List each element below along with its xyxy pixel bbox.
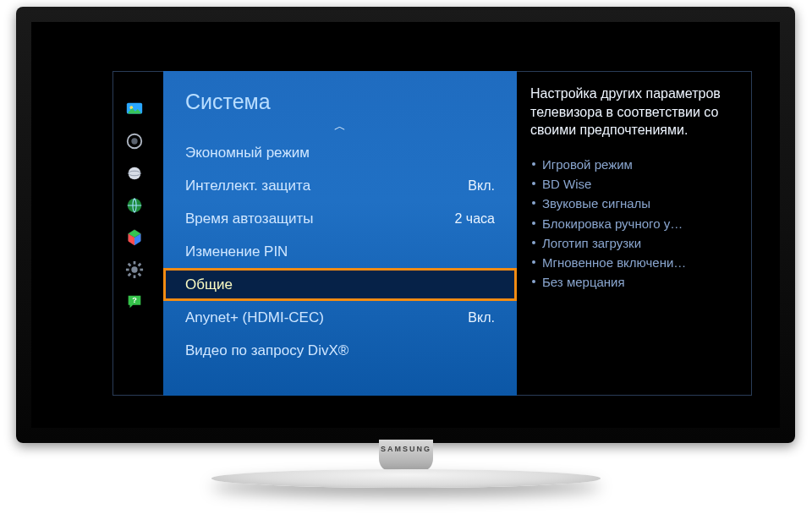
menu-item-anynet[interactable]: Anynet+ (HDMI-CEC) Вкл. bbox=[163, 301, 517, 334]
tv-stand bbox=[211, 469, 601, 488]
menu-item-change-pin[interactable]: Изменение PIN bbox=[163, 235, 517, 268]
svg-line-15 bbox=[139, 264, 141, 266]
menu-item-label: Экономный режим bbox=[185, 145, 310, 161]
settings-list: Экономный режим Интеллект. защита Вкл. В… bbox=[163, 136, 517, 367]
tv-neck: SAMSUNG bbox=[379, 440, 433, 470]
tv-brand-label: SAMSUNG bbox=[381, 445, 431, 453]
menu-item-general[interactable]: Общие bbox=[163, 268, 517, 301]
menu-item-label: Интеллект. защита bbox=[185, 178, 310, 194]
tv-bezel: ? Система ︿ Экономный режим Интеллект. з… bbox=[16, 7, 795, 443]
network-icon[interactable] bbox=[125, 196, 144, 215]
menu-item-value: Вкл. bbox=[468, 310, 495, 325]
sound-icon[interactable] bbox=[125, 132, 144, 150]
desc-bullet: Без мерцания bbox=[530, 272, 738, 292]
svg-line-14 bbox=[129, 274, 131, 276]
menu-item-divx[interactable]: Видео по запросу DivX® bbox=[163, 334, 517, 367]
menu-item-autoprotect-time[interactable]: Время автозащиты 2 часа bbox=[163, 202, 517, 235]
menu-item-protection[interactable]: Интеллект. защита Вкл. bbox=[163, 169, 517, 202]
smart-icon[interactable] bbox=[125, 228, 144, 247]
svg-point-1 bbox=[130, 106, 134, 109]
menu-item-label: Время автозащиты bbox=[185, 211, 314, 227]
menu-item-value: Вкл. bbox=[468, 178, 495, 194]
description-text: Настройка других параметров телевизора в… bbox=[530, 85, 738, 139]
menu-item-label: Изменение PIN bbox=[185, 243, 288, 260]
desc-bullet: Блокировка ручного у… bbox=[530, 214, 738, 233]
menu-item-label: Общие bbox=[185, 276, 233, 293]
svg-line-13 bbox=[139, 274, 141, 276]
desc-bullet: Звуковые сигналы bbox=[530, 194, 738, 213]
support-icon[interactable]: ? bbox=[125, 293, 144, 311]
svg-text:?: ? bbox=[132, 296, 137, 304]
desc-bullet: BD Wise bbox=[530, 174, 738, 194]
menu-item-eco[interactable]: Экономный режим bbox=[163, 136, 517, 169]
menu-item-value: 2 часа bbox=[455, 211, 495, 227]
picture-icon[interactable] bbox=[125, 100, 144, 118]
tv-screen: ? Система ︿ Экономный режим Интеллект. з… bbox=[31, 22, 780, 428]
desc-bullet: Мгновенное включени… bbox=[530, 253, 738, 272]
menu-item-label: Anynet+ (HDMI-CEC) bbox=[185, 309, 324, 326]
settings-panel: Система ︿ Экономный режим Интеллект. защ… bbox=[163, 71, 517, 396]
system-icon[interactable] bbox=[125, 260, 144, 279]
description-bullets: Игровой режим BD Wise Звуковые сигналы Б… bbox=[530, 155, 738, 293]
menu-item-label: Видео по запросу DivX® bbox=[185, 342, 348, 359]
desc-bullet: Логотип загрузки bbox=[530, 233, 738, 253]
category-sidebar: ? bbox=[123, 100, 146, 311]
description-panel: Настройка других параметров телевизора в… bbox=[530, 85, 738, 293]
svg-point-3 bbox=[131, 138, 137, 144]
broadcast-icon[interactable] bbox=[125, 164, 144, 183]
svg-point-7 bbox=[131, 266, 137, 272]
panel-title: Система bbox=[163, 71, 517, 121]
scroll-up-icon[interactable]: ︿ bbox=[163, 121, 517, 134]
svg-line-12 bbox=[129, 264, 131, 266]
desc-bullet: Игровой режим bbox=[530, 155, 738, 174]
svg-point-4 bbox=[129, 167, 141, 180]
